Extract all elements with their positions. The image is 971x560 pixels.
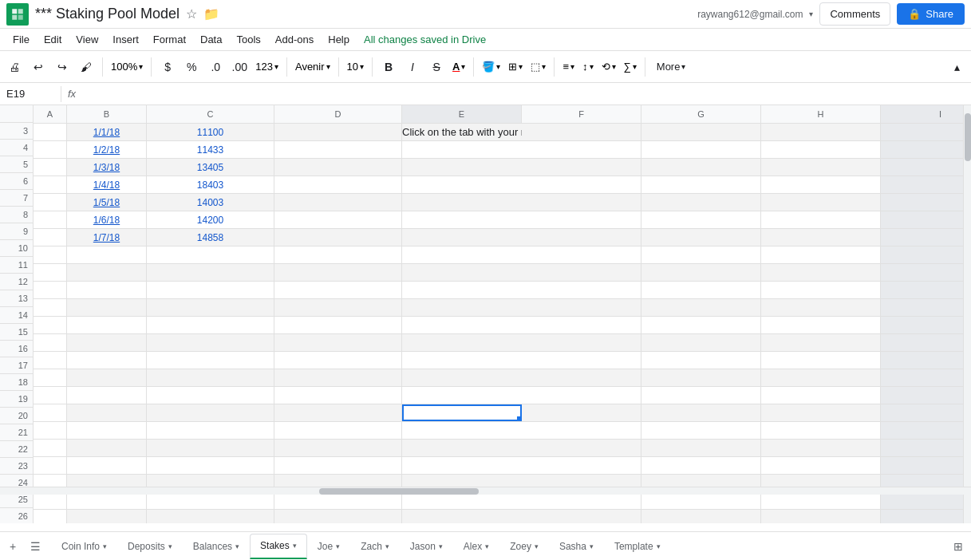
text-rotate-dropdown[interactable]: ⟲ ▾ <box>598 59 619 74</box>
tab-zach-chevron-icon[interactable]: ▾ <box>385 542 389 550</box>
fill-color-dropdown[interactable]: 🪣 ▾ <box>479 59 503 74</box>
cell-e22[interactable] <box>402 457 522 474</box>
cell-i10[interactable] <box>881 246 963 263</box>
cell-g9[interactable] <box>641 229 761 246</box>
cell-f14[interactable] <box>522 317 641 333</box>
paint-format-button[interactable]: 🖌 <box>75 56 97 78</box>
cell-g3[interactable] <box>641 124 761 140</box>
cell-b6[interactable]: 1/4/18 <box>67 176 147 193</box>
menu-addons[interactable]: Add-ons <box>269 31 320 48</box>
cell-e13[interactable] <box>402 299 522 316</box>
tab-template[interactable]: Template ▾ <box>604 534 671 559</box>
cell-e6[interactable] <box>402 176 522 193</box>
cell-f24[interactable] <box>522 492 641 509</box>
cell-h14[interactable] <box>761 317 881 333</box>
cell-h21[interactable] <box>761 440 881 456</box>
cell-f3[interactable] <box>522 124 641 140</box>
cell-c12[interactable] <box>147 282 274 298</box>
zoom-dropdown[interactable]: 100% ▾ <box>108 59 146 74</box>
cell-a3[interactable] <box>34 124 67 140</box>
halign-dropdown[interactable]: ≡ ▾ <box>559 59 578 74</box>
cell-d22[interactable] <box>274 457 402 474</box>
row-num-4[interactable]: 4 <box>0 140 33 156</box>
row-num-8[interactable]: 8 <box>0 207 33 223</box>
cell-i18[interactable] <box>881 387 963 404</box>
cell-c13[interactable] <box>147 299 274 316</box>
cell-e4[interactable] <box>402 141 522 158</box>
tab-balances-chevron-icon[interactable]: ▾ <box>235 542 239 550</box>
cell-i8[interactable] <box>881 211 963 228</box>
cell-e16[interactable] <box>402 352 522 369</box>
cell-a12[interactable] <box>34 282 67 298</box>
tab-sasha-chevron-icon[interactable]: ▾ <box>590 542 594 550</box>
cell-i11[interactable] <box>881 264 963 281</box>
horizontal-scroll-thumb[interactable] <box>319 488 479 495</box>
cell-b16[interactable] <box>67 352 147 369</box>
row-num-16[interactable]: 16 <box>0 341 33 357</box>
redo-button[interactable]: ↪ <box>51 56 73 78</box>
col-header-c[interactable]: C <box>147 105 274 123</box>
cell-f22[interactable] <box>522 457 641 474</box>
cell-f17[interactable] <box>522 369 641 386</box>
percent-button[interactable]: % <box>180 56 203 78</box>
vertical-scrollbar[interactable] <box>963 105 971 523</box>
cell-f18[interactable] <box>522 387 641 404</box>
cell-d20[interactable] <box>274 422 402 439</box>
sheet-list-button[interactable]: ☰ <box>26 537 45 556</box>
cell-f11[interactable] <box>522 264 641 281</box>
tab-joe-chevron-icon[interactable]: ▾ <box>336 542 340 550</box>
cell-a14[interactable] <box>34 317 67 333</box>
cell-h6[interactable] <box>761 176 881 193</box>
cell-e3[interactable]: Click on the tab with your name to see y… <box>402 124 522 140</box>
merge-dropdown[interactable]: ⬚ ▾ <box>527 59 549 74</box>
cell-h18[interactable] <box>761 387 881 404</box>
row-num-20[interactable]: 20 <box>0 408 33 424</box>
cell-c8[interactable]: 14200 <box>147 211 274 228</box>
cell-b10[interactable] <box>67 246 147 263</box>
cell-d14[interactable] <box>274 317 402 333</box>
cell-i16[interactable] <box>881 352 963 369</box>
cell-h16[interactable] <box>761 352 881 369</box>
cell-i22[interactable] <box>881 457 963 474</box>
tab-zoey-chevron-icon[interactable]: ▾ <box>535 542 539 550</box>
row-num-23[interactable]: 23 <box>0 458 33 475</box>
tab-deposits[interactable]: Deposits ▾ <box>117 534 183 559</box>
cell-b25[interactable] <box>67 510 147 523</box>
cell-b19[interactable] <box>67 404 147 421</box>
cell-a18[interactable] <box>34 387 67 404</box>
cell-b9[interactable]: 1/7/18 <box>67 229 147 246</box>
row-num-13[interactable]: 13 <box>0 290 33 307</box>
cell-c6[interactable]: 18403 <box>147 176 274 193</box>
cell-c4[interactable]: 11433 <box>147 141 274 158</box>
cell-a24[interactable] <box>34 492 67 509</box>
cell-d16[interactable] <box>274 352 402 369</box>
tab-jason-chevron-icon[interactable]: ▾ <box>439 542 443 550</box>
cell-a15[interactable] <box>34 334 67 351</box>
cell-b15[interactable] <box>67 334 147 351</box>
bold-button[interactable]: B <box>377 56 400 78</box>
cell-b13[interactable] <box>67 299 147 316</box>
cell-e5[interactable] <box>402 159 522 175</box>
col-header-d[interactable]: D <box>274 105 402 123</box>
share-button[interactable]: 🔒 Share <box>897 3 965 25</box>
cell-c14[interactable] <box>147 317 274 333</box>
cell-i20[interactable] <box>881 422 963 439</box>
cell-d21[interactable] <box>274 440 402 456</box>
cell-g22[interactable] <box>641 457 761 474</box>
cell-d3[interactable] <box>274 124 402 140</box>
row-num-17[interactable]: 17 <box>0 357 33 374</box>
menu-view[interactable]: View <box>69 31 105 48</box>
cell-e12[interactable] <box>402 282 522 298</box>
cell-f10[interactable] <box>522 246 641 263</box>
row-num-26[interactable]: 26 <box>0 508 33 523</box>
cell-f4[interactable] <box>522 141 641 158</box>
folder-icon[interactable]: 📁 <box>203 6 219 22</box>
col-header-f[interactable]: F <box>522 105 641 123</box>
cell-i17[interactable] <box>881 369 963 386</box>
vertical-scroll-thumb[interactable] <box>965 113 971 161</box>
cell-f7[interactable] <box>522 194 641 211</box>
row-num-22[interactable]: 22 <box>0 441 33 458</box>
cell-i9[interactable] <box>881 229 963 246</box>
cell-f20[interactable] <box>522 422 641 439</box>
col-header-b[interactable]: B <box>67 105 147 123</box>
